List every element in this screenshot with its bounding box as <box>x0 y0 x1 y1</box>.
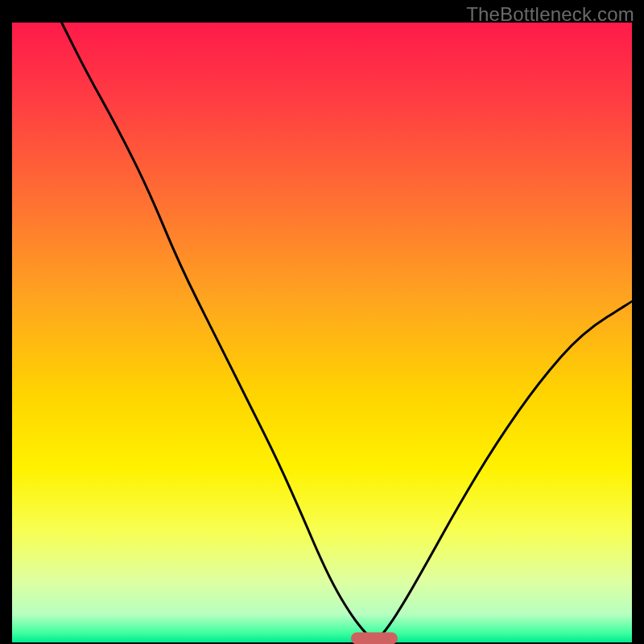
optimal-marker <box>351 633 398 644</box>
chart-frame <box>12 23 632 642</box>
chart-plot <box>12 23 632 642</box>
chart-background <box>12 23 632 642</box>
